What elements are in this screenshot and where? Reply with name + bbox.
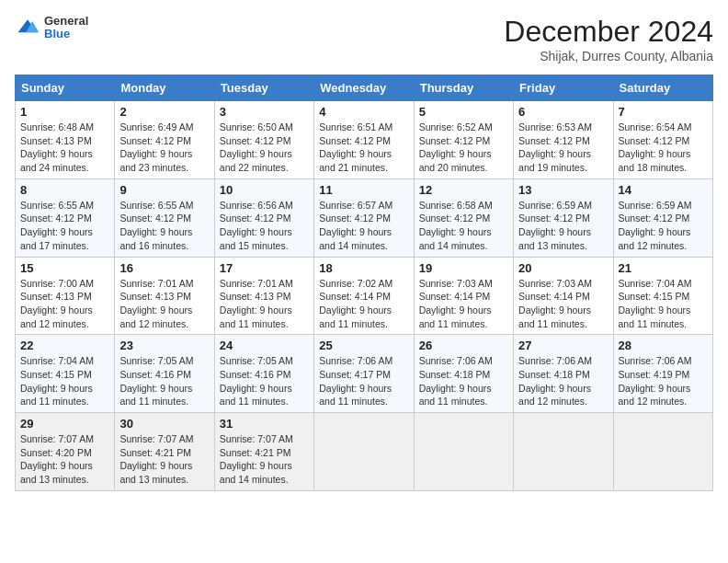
calendar-cell: 25Sunrise: 7:06 AM Sunset: 4:17 PM Dayli…	[314, 335, 414, 413]
calendar-cell	[414, 413, 513, 491]
month-title: December 2024	[504, 15, 713, 49]
day-number: 16	[119, 261, 209, 275]
calendar-cell: 10Sunrise: 6:56 AM Sunset: 4:12 PM Dayli…	[214, 178, 313, 257]
calendar-cell: 26Sunrise: 7:06 AM Sunset: 4:18 PM Dayli…	[414, 335, 513, 413]
calendar-cell: 24Sunrise: 7:05 AM Sunset: 4:16 PM Dayli…	[214, 335, 313, 413]
day-info: Sunrise: 7:07 AM Sunset: 4:20 PM Dayligh…	[20, 432, 109, 487]
calendar-cell: 3Sunrise: 6:50 AM Sunset: 4:12 PM Daylig…	[214, 101, 313, 179]
calendar-cell: 14Sunrise: 6:59 AM Sunset: 4:12 PM Dayli…	[613, 178, 712, 257]
day-number: 27	[518, 339, 608, 352]
day-info: Sunrise: 7:03 AM Sunset: 4:14 PM Dayligh…	[419, 277, 508, 331]
day-info: Sunrise: 7:01 AM Sunset: 4:13 PM Dayligh…	[220, 277, 309, 331]
day-number: 11	[319, 183, 408, 197]
day-number: 6	[518, 105, 608, 119]
logo: General Blue	[15, 15, 88, 41]
day-info: Sunrise: 6:55 AM Sunset: 4:12 PM Dayligh…	[20, 199, 109, 253]
logo-icon	[15, 15, 40, 40]
day-info: Sunrise: 7:01 AM Sunset: 4:13 PM Dayligh…	[119, 277, 209, 331]
day-number: 10	[220, 183, 309, 197]
header-row: SundayMondayTuesdayWednesdayThursdayFrid…	[16, 75, 713, 101]
day-info: Sunrise: 7:02 AM Sunset: 4:14 PM Dayligh…	[319, 277, 408, 331]
day-header: Friday	[514, 75, 613, 101]
day-info: Sunrise: 6:49 AM Sunset: 4:12 PM Dayligh…	[119, 121, 209, 175]
calendar-cell: 19Sunrise: 7:03 AM Sunset: 4:14 PM Dayli…	[414, 257, 513, 335]
day-number: 26	[419, 339, 508, 352]
day-info: Sunrise: 6:59 AM Sunset: 4:12 PM Dayligh…	[518, 199, 608, 253]
day-number: 18	[319, 261, 408, 275]
day-info: Sunrise: 7:06 AM Sunset: 4:17 PM Dayligh…	[319, 354, 408, 408]
day-number: 25	[319, 339, 408, 352]
day-number: 30	[119, 417, 209, 431]
day-number: 22	[20, 339, 109, 352]
day-number: 15	[20, 261, 109, 275]
calendar-cell: 13Sunrise: 6:59 AM Sunset: 4:12 PM Dayli…	[514, 178, 613, 257]
day-number: 21	[619, 261, 708, 275]
day-number: 8	[20, 183, 109, 197]
day-info: Sunrise: 6:53 AM Sunset: 4:12 PM Dayligh…	[518, 121, 608, 175]
calendar-cell: 28Sunrise: 7:06 AM Sunset: 4:19 PM Dayli…	[613, 335, 712, 413]
calendar-cell: 5Sunrise: 6:52 AM Sunset: 4:12 PM Daylig…	[414, 101, 513, 179]
day-info: Sunrise: 6:59 AM Sunset: 4:12 PM Dayligh…	[619, 199, 708, 253]
day-info: Sunrise: 7:07 AM Sunset: 4:21 PM Dayligh…	[119, 432, 209, 487]
day-number: 5	[419, 105, 508, 119]
day-number: 1	[20, 105, 109, 119]
day-info: Sunrise: 6:56 AM Sunset: 4:12 PM Dayligh…	[220, 199, 309, 253]
day-info: Sunrise: 7:04 AM Sunset: 4:15 PM Dayligh…	[20, 354, 109, 408]
calendar-cell	[613, 413, 712, 491]
calendar-cell: 7Sunrise: 6:54 AM Sunset: 4:12 PM Daylig…	[613, 101, 712, 179]
calendar-cell: 11Sunrise: 6:57 AM Sunset: 4:12 PM Dayli…	[314, 178, 414, 257]
calendar-week-row: 8Sunrise: 6:55 AM Sunset: 4:12 PM Daylig…	[16, 178, 713, 257]
day-number: 20	[518, 261, 608, 275]
calendar-cell: 20Sunrise: 7:03 AM Sunset: 4:14 PM Dayli…	[514, 257, 613, 335]
calendar-cell: 9Sunrise: 6:55 AM Sunset: 4:12 PM Daylig…	[115, 178, 214, 257]
calendar-cell: 8Sunrise: 6:55 AM Sunset: 4:12 PM Daylig…	[16, 178, 115, 257]
calendar-cell	[314, 413, 414, 491]
day-info: Sunrise: 6:57 AM Sunset: 4:12 PM Dayligh…	[319, 199, 408, 253]
day-header: Wednesday	[314, 75, 414, 101]
calendar-week-row: 15Sunrise: 7:00 AM Sunset: 4:13 PM Dayli…	[16, 257, 713, 335]
calendar-cell: 12Sunrise: 6:58 AM Sunset: 4:12 PM Dayli…	[414, 178, 513, 257]
calendar-cell: 27Sunrise: 7:06 AM Sunset: 4:18 PM Dayli…	[514, 335, 613, 413]
day-header: Saturday	[613, 75, 712, 101]
day-number: 19	[419, 261, 508, 275]
location: Shijak, Durres County, Albania	[504, 49, 713, 63]
day-number: 7	[619, 105, 708, 119]
day-number: 29	[20, 417, 109, 431]
day-info: Sunrise: 7:03 AM Sunset: 4:14 PM Dayligh…	[518, 277, 608, 331]
day-info: Sunrise: 7:06 AM Sunset: 4:18 PM Dayligh…	[518, 354, 608, 408]
calendar-cell: 6Sunrise: 6:53 AM Sunset: 4:12 PM Daylig…	[514, 101, 613, 179]
day-info: Sunrise: 6:51 AM Sunset: 4:12 PM Dayligh…	[319, 121, 408, 175]
day-info: Sunrise: 6:55 AM Sunset: 4:12 PM Dayligh…	[119, 199, 209, 253]
calendar-cell: 29Sunrise: 7:07 AM Sunset: 4:20 PM Dayli…	[16, 413, 115, 491]
day-info: Sunrise: 7:06 AM Sunset: 4:18 PM Dayligh…	[419, 354, 508, 408]
day-number: 12	[419, 183, 508, 197]
day-number: 17	[220, 261, 309, 275]
day-number: 3	[220, 105, 309, 119]
calendar-cell: 21Sunrise: 7:04 AM Sunset: 4:15 PM Dayli…	[613, 257, 712, 335]
day-info: Sunrise: 7:05 AM Sunset: 4:16 PM Dayligh…	[220, 354, 309, 408]
day-info: Sunrise: 7:07 AM Sunset: 4:21 PM Dayligh…	[220, 432, 309, 487]
day-info: Sunrise: 7:00 AM Sunset: 4:13 PM Dayligh…	[20, 277, 109, 331]
day-number: 2	[119, 105, 209, 119]
calendar-cell: 23Sunrise: 7:05 AM Sunset: 4:16 PM Dayli…	[115, 335, 214, 413]
day-number: 24	[220, 339, 309, 352]
calendar-cell: 16Sunrise: 7:01 AM Sunset: 4:13 PM Dayli…	[115, 257, 214, 335]
day-info: Sunrise: 6:54 AM Sunset: 4:12 PM Dayligh…	[619, 121, 708, 175]
calendar-cell: 15Sunrise: 7:00 AM Sunset: 4:13 PM Dayli…	[16, 257, 115, 335]
calendar-cell: 18Sunrise: 7:02 AM Sunset: 4:14 PM Dayli…	[314, 257, 414, 335]
calendar-cell: 1Sunrise: 6:48 AM Sunset: 4:13 PM Daylig…	[16, 101, 115, 179]
day-info: Sunrise: 6:58 AM Sunset: 4:12 PM Dayligh…	[419, 199, 508, 253]
day-header: Tuesday	[214, 75, 313, 101]
logo-text: General Blue	[44, 15, 88, 41]
calendar-week-row: 22Sunrise: 7:04 AM Sunset: 4:15 PM Dayli…	[16, 335, 713, 413]
page-header: General Blue December 2024 Shijak, Durre…	[15, 15, 713, 63]
calendar-table: SundayMondayTuesdayWednesdayThursdayFrid…	[15, 75, 713, 491]
day-header: Thursday	[414, 75, 513, 101]
logo-blue: Blue	[44, 28, 88, 40]
day-number: 14	[619, 183, 708, 197]
calendar-cell: 22Sunrise: 7:04 AM Sunset: 4:15 PM Dayli…	[16, 335, 115, 413]
day-number: 23	[119, 339, 209, 352]
day-header: Monday	[115, 75, 214, 101]
logo-general: General	[44, 15, 88, 28]
day-info: Sunrise: 6:50 AM Sunset: 4:12 PM Dayligh…	[220, 121, 309, 175]
